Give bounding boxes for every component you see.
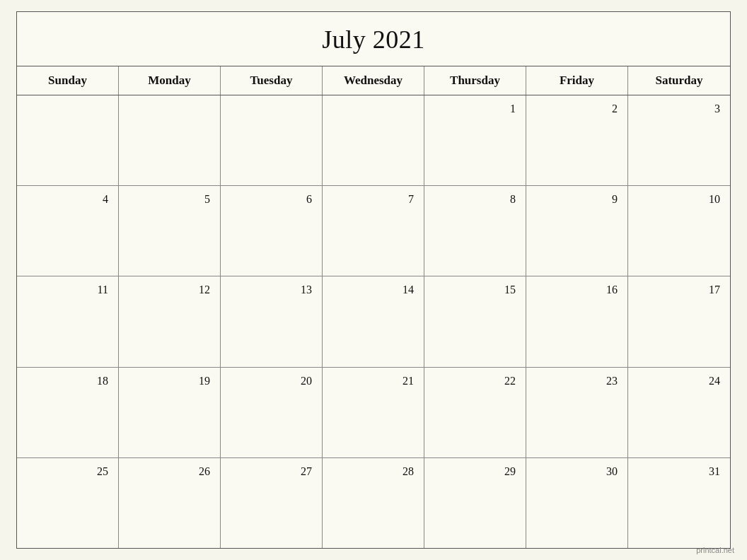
day-number: 3 — [628, 100, 724, 115]
day-number: 4 — [17, 190, 112, 206]
week-row-3: 11121314151617 — [17, 276, 730, 367]
day-cell-15: 15 — [424, 276, 526, 366]
day-number: 17 — [628, 281, 724, 296]
day-cell-1: 1 — [424, 95, 526, 185]
day-number: 22 — [424, 372, 520, 387]
day-number: 28 — [323, 462, 418, 478]
day-number: 12 — [119, 281, 214, 296]
day-number: 19 — [119, 372, 214, 387]
day-cell-22: 22 — [424, 368, 526, 457]
week-row-4: 18192021222324 — [17, 368, 730, 458]
day-number: 7 — [323, 190, 418, 206]
day-number: 9 — [526, 190, 622, 206]
day-cell-10: 10 — [628, 186, 730, 276]
day-cell-14: 14 — [323, 276, 424, 366]
day-cell-29: 29 — [424, 458, 526, 548]
day-number: 6 — [221, 190, 316, 206]
day-number: 10 — [628, 190, 724, 206]
day-number: 16 — [526, 281, 622, 296]
day-cell-28: 28 — [323, 458, 424, 548]
day-number: 24 — [628, 372, 724, 387]
empty-cell — [221, 95, 323, 185]
day-cell-16: 16 — [526, 276, 628, 366]
day-cell-6: 6 — [221, 186, 323, 276]
day-number: 23 — [526, 372, 622, 387]
day-number: 20 — [221, 372, 316, 387]
day-cell-20: 20 — [221, 368, 323, 457]
day-cell-31: 31 — [628, 458, 730, 548]
day-cell-25: 25 — [17, 458, 119, 548]
watermark: printcal.net — [696, 546, 734, 554]
day-number: 1 — [424, 100, 520, 115]
day-number: 31 — [628, 462, 724, 478]
day-cell-18: 18 — [17, 368, 119, 457]
day-cell-19: 19 — [119, 368, 221, 457]
day-number: 2 — [526, 100, 622, 115]
day-cell-2: 2 — [526, 95, 628, 185]
empty-cell — [119, 95, 221, 185]
day-number: 18 — [17, 372, 112, 387]
day-header-monday: Monday — [119, 66, 221, 95]
day-header-friday: Friday — [526, 66, 628, 95]
day-number: 13 — [221, 281, 316, 296]
week-row-5: 25262728293031 — [17, 458, 730, 548]
day-cell-23: 23 — [526, 368, 628, 457]
day-cell-11: 11 — [17, 276, 119, 366]
day-number: 14 — [323, 281, 418, 296]
day-cell-30: 30 — [526, 458, 628, 548]
day-number: 27 — [221, 462, 316, 478]
day-cell-21: 21 — [323, 368, 424, 457]
day-header-tuesday: Tuesday — [221, 66, 323, 95]
calendar-title: July 2021 — [17, 12, 730, 66]
day-header-thursday: Thursday — [424, 66, 526, 95]
day-cell-3: 3 — [628, 95, 730, 185]
day-cell-7: 7 — [323, 186, 424, 276]
day-cell-26: 26 — [119, 458, 221, 548]
day-number: 25 — [17, 462, 112, 478]
day-cell-4: 4 — [17, 186, 119, 276]
day-number: 8 — [424, 190, 520, 206]
empty-cell — [17, 95, 119, 185]
day-cell-24: 24 — [628, 368, 730, 457]
weeks-container: 1234567891011121314151617181920212223242… — [17, 95, 730, 548]
day-cell-8: 8 — [424, 186, 526, 276]
day-number: 5 — [119, 190, 214, 206]
day-number: 29 — [424, 462, 520, 478]
day-number: 11 — [17, 281, 112, 296]
day-cell-9: 9 — [526, 186, 628, 276]
week-row-1: 123 — [17, 95, 730, 186]
day-cell-5: 5 — [119, 186, 221, 276]
day-number: 26 — [119, 462, 214, 478]
day-header-sunday: Sunday — [17, 66, 119, 95]
day-cell-27: 27 — [221, 458, 323, 548]
day-number: 15 — [424, 281, 520, 296]
day-number: 21 — [323, 372, 418, 387]
week-row-2: 45678910 — [17, 186, 730, 276]
day-header-wednesday: Wednesday — [323, 66, 424, 95]
day-number: 30 — [526, 462, 622, 478]
day-headers: SundayMondayTuesdayWednesdayThursdayFrid… — [17, 66, 730, 95]
day-cell-17: 17 — [628, 276, 730, 366]
calendar: July 2021 SundayMondayTuesdayWednesdayTh… — [16, 11, 731, 549]
calendar-grid: SundayMondayTuesdayWednesdayThursdayFrid… — [17, 66, 730, 548]
day-cell-12: 12 — [119, 276, 221, 366]
empty-cell — [323, 95, 424, 185]
day-header-saturday: Saturday — [628, 66, 730, 95]
day-cell-13: 13 — [221, 276, 323, 366]
